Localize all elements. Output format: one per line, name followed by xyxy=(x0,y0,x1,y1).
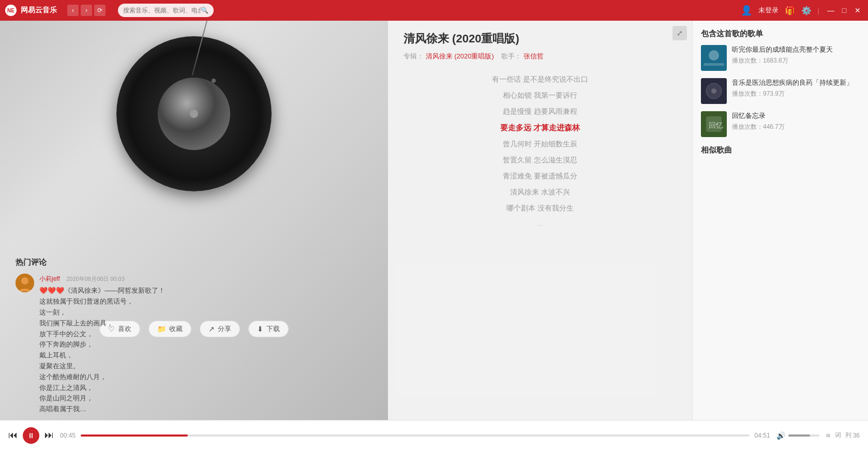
app-name: 网易云音乐 xyxy=(21,6,57,15)
next-button[interactable]: ⏭ xyxy=(44,430,54,441)
album-link[interactable]: 清风徐来 (2020重唱版) xyxy=(426,52,494,60)
forward-button[interactable]: › xyxy=(81,5,92,16)
playlist-item[interactable]: 回忆 回忆备忘录 播放次数：446.7万 xyxy=(701,111,860,137)
gift-icon: 🎁 xyxy=(785,6,795,16)
player-extras: ≋ 词 列 36 xyxy=(826,431,860,440)
playlists-title: 包含这首歌的歌单 xyxy=(701,29,860,39)
lyric-more: ··· xyxy=(403,221,677,229)
album-needle xyxy=(186,21,227,83)
title-bar: NE 网易云音乐 ‹ › ⟳ 🔍 👤 未登录 🎁 ⚙️ | — □ ✕ xyxy=(0,0,868,21)
volume-area: 🔊 xyxy=(776,431,819,440)
lyric-line-active[interactable]: 要走多远 才算走进森林 xyxy=(403,119,677,136)
needle-head xyxy=(212,79,216,83)
playlist-name-2: 音乐是医治思想疾病的良药「持续更新」 xyxy=(732,78,860,87)
svg-point-3 xyxy=(21,277,28,284)
volume-bar[interactable] xyxy=(788,434,819,437)
player-controls: ⏮ ⏸ ⏭ xyxy=(8,427,54,444)
playlist-thumbnail-2 xyxy=(701,78,727,104)
comment-item: 小莉jeff 2020年08月08日 00:03 ❤️❤️❤️《清风徐来》——阿… xyxy=(16,274,372,415)
playlist-info-1: 听完你最后的成绩能点亮整个夏天 播放次数：1683.8万 xyxy=(732,45,860,71)
album-label: 专辑： xyxy=(403,52,424,60)
svg-point-5 xyxy=(709,50,719,61)
right-controls: 👤 未登录 🎁 ⚙️ | — □ ✕ xyxy=(741,5,863,16)
left-panel-inner: ♡ 喜欢 📁 收藏 ↗ 分享 ⬇ 下载 热门评论 xyxy=(0,21,388,420)
lyric-line[interactable]: 青涩难免 要被遗憾瓜分 xyxy=(403,168,677,184)
playlist-plays-2: 播放次数：973.9万 xyxy=(732,89,860,98)
related-songs-title: 相似歌曲 xyxy=(701,145,860,155)
volume-icon: 🔊 xyxy=(776,431,785,440)
logo-text: NE xyxy=(7,8,14,13)
playlist-panel: 包含这首歌的歌单 听完你最后的成绩能点亮整个夏天 播放次数：1683.8万 xyxy=(692,21,868,420)
playlist-plays-3: 播放次数：446.7万 xyxy=(732,123,860,131)
playlist-item[interactable]: 音乐是医治思想疾病的良药「持续更新」 播放次数：973.9万 xyxy=(701,78,860,104)
app-logo: NE xyxy=(5,5,17,16)
lyrics-panel: ⤢ 清风徐来 (2020重唱版) 专辑： 清风徐来 (2020重唱版) 歌手： … xyxy=(388,21,692,420)
song-title: 清风徐来 (2020重唱版) xyxy=(403,31,677,47)
hot-comments-section: 热门评论 小莉jeff 2020年08月08日 00:03 ❤️❤️❤️ xyxy=(0,249,388,420)
lyrics-button[interactable]: 词 xyxy=(835,431,841,440)
settings-icon[interactable]: ⚙️ xyxy=(801,6,812,16)
disc-inner xyxy=(158,78,230,150)
artist-link[interactable]: 张信哲 xyxy=(523,52,544,60)
playlist-plays-1: 播放次数：1683.8万 xyxy=(732,56,860,65)
comment-avatar xyxy=(16,274,34,292)
waveform-button[interactable]: ≋ xyxy=(826,432,831,439)
total-time: 04:51 xyxy=(755,432,770,439)
left-panel: ♡ 喜欢 📁 收藏 ↗ 分享 ⬇ 下载 热门评论 xyxy=(0,21,388,420)
refresh-button[interactable]: ⟳ xyxy=(94,5,106,16)
needle-line xyxy=(192,21,207,76)
progress-area: 00:45 04:51 xyxy=(60,432,770,439)
lyric-line[interactable]: 有一些话 是不是终究说不出口 xyxy=(403,71,677,87)
progress-fill xyxy=(81,434,188,437)
svg-point-1 xyxy=(190,110,198,118)
volume-fill xyxy=(788,434,810,437)
hot-comments-title: 热门评论 xyxy=(16,258,372,267)
svg-rect-6 xyxy=(704,63,724,66)
playlist-info-3: 回忆备忘录 播放次数：446.7万 xyxy=(732,111,860,137)
search-icon: 🔍 xyxy=(201,7,208,14)
lyric-line[interactable]: 暂置久留 怎么滋生漠忍 xyxy=(403,152,677,168)
lyric-line[interactable]: 清风徐来 水波不兴 xyxy=(403,184,677,200)
svg-text:回忆: 回忆 xyxy=(709,121,723,129)
playlist-item[interactable]: 听完你最后的成绩能点亮整个夏天 播放次数：1683.8万 xyxy=(701,45,860,71)
user-icon: 👤 xyxy=(741,5,752,16)
back-button[interactable]: ‹ xyxy=(67,5,79,16)
search-bar[interactable]: 🔍 xyxy=(118,4,214,17)
pause-button[interactable]: ⏸ xyxy=(23,427,39,444)
comment-content: 小莉jeff 2020年08月08日 00:03 ❤️❤️❤️《清风徐来》——阿… xyxy=(39,274,372,415)
playlist-thumbnail-3: 回忆 xyxy=(701,111,727,137)
current-time: 00:45 xyxy=(60,432,76,439)
playlist-thumb-img-2 xyxy=(701,78,727,104)
divider-icon: | xyxy=(818,7,819,14)
lyric-line[interactable]: 相心如锁 我第一要诉行 xyxy=(403,87,677,103)
pause-icon: ⏸ xyxy=(27,431,35,440)
playlist-thumb-img-3: 回忆 xyxy=(701,111,727,137)
minimize-button[interactable]: — xyxy=(826,5,836,16)
playlist-info-2: 音乐是医治思想疾病的良药「持续更新」 播放次数：973.9万 xyxy=(732,78,860,104)
disc-art xyxy=(158,78,230,150)
comment-user[interactable]: 小莉jeff xyxy=(39,275,60,282)
user-label[interactable]: 未登录 xyxy=(758,6,779,15)
avatar-image xyxy=(16,274,34,292)
search-input[interactable] xyxy=(123,7,201,14)
lyrics-container: 有一些话 是不是终究说不出口 相心如锁 我第一要诉行 趋是慢慢 趋要风雨兼程 要… xyxy=(403,71,677,229)
maximize-button[interactable]: □ xyxy=(839,5,849,16)
prev-button[interactable]: ⏮ xyxy=(8,430,18,441)
expand-button[interactable]: ⤢ xyxy=(672,26,687,40)
nav-buttons: ‹ › ⟳ xyxy=(67,5,106,16)
lyric-line[interactable]: 趋是慢慢 趋要风雨兼程 xyxy=(403,103,677,119)
playlist-name-1: 听完你最后的成绩能点亮整个夏天 xyxy=(732,45,860,54)
playlist-count-badge: 36 xyxy=(853,432,860,439)
window-buttons: — □ ✕ xyxy=(826,5,863,16)
comment-date: 2020年08月08日 00:03 xyxy=(66,276,125,282)
comment-text: ❤️❤️❤️《清风徐来》——阿哲发新歌了！ 这就独属于我们普迷的黑话号， 这一刻… xyxy=(39,286,372,415)
playlist-thumb-img-1 xyxy=(701,45,727,71)
lyric-line[interactable]: 哪个剧本 没有我分生 xyxy=(403,200,677,216)
playlist-toggle-button[interactable]: 列 36 xyxy=(845,431,860,440)
progress-bar[interactable] xyxy=(81,434,750,437)
player-bar: ⏮ ⏸ ⏭ 00:45 04:51 🔊 ≋ 词 列 36 xyxy=(0,420,868,450)
close-button[interactable]: ✕ xyxy=(852,5,863,16)
artist-label: 歌手： xyxy=(501,52,521,60)
song-meta: 专辑： 清风徐来 (2020重唱版) 歌手： 张信哲 xyxy=(403,52,677,61)
lyric-line[interactable]: 曾几何时 开始细数生辰 xyxy=(403,136,677,152)
